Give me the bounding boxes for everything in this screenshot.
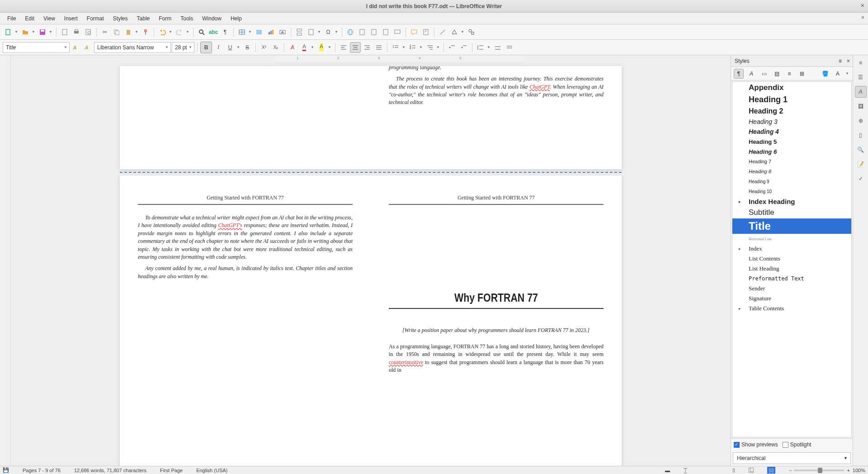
textbox-icon[interactable]: A [277, 27, 288, 38]
style-item[interactable]: Sender [732, 284, 851, 294]
intro-cont[interactable]: later editions. But FORTRAN 77 was my fi… [389, 66, 604, 71]
page-count[interactable]: Pages 7 - 9 of 76 [23, 468, 61, 473]
indent-inc-icon[interactable] [447, 42, 458, 53]
menu-help[interactable]: Help [226, 14, 246, 24]
accessibility-icon[interactable]: ✓ [855, 173, 867, 185]
export-pdf-icon[interactable] [59, 27, 70, 38]
style-actions-icon[interactable]: A [833, 69, 843, 79]
page-7[interactable]: later editions. But FORTRAN 77 was my fi… [371, 66, 622, 169]
comment-toolbar-icon[interactable] [392, 27, 403, 38]
font-name-combo[interactable]: Liberation Sans Narrow▼ [94, 42, 171, 53]
hyperlink-icon[interactable] [345, 27, 356, 38]
menu-styles[interactable]: Styles [108, 14, 132, 24]
document-canvas[interactable]: 12345 later editions. But FORTRAN 77 was… [11, 55, 731, 466]
chapter-title[interactable]: Why FORTRAN 77 [389, 291, 604, 309]
paragraph-style-combo[interactable]: Title▼ [3, 42, 70, 53]
insert-mode[interactable]: ▬ [665, 468, 670, 473]
chart-icon[interactable] [265, 27, 276, 38]
track-changes-icon[interactable] [420, 27, 431, 38]
underline-button[interactable]: U [225, 42, 236, 53]
menu-edit[interactable]: Edit [20, 14, 39, 24]
save-status-icon[interactable]: 💾 [3, 467, 9, 473]
style-item[interactable]: Horizontal Line [732, 234, 851, 244]
bullet-list-icon[interactable] [390, 42, 401, 53]
paste-dropdown[interactable]: ▼ [135, 30, 139, 34]
new-doc-dropdown[interactable]: ▼ [14, 30, 19, 34]
style-item[interactable]: Heading 9 [732, 176, 851, 186]
styles-filter-combo[interactable]: Hierarchical▼ [733, 452, 851, 464]
sidebar-menu-icon[interactable]: ≡ [839, 58, 842, 64]
outline-icon[interactable] [425, 42, 435, 53]
update-style-icon[interactable]: A [71, 42, 81, 53]
table-dropdown[interactable]: ▼ [248, 30, 253, 34]
paragraph-styles-tab[interactable]: ¶ [734, 69, 744, 79]
align-center-icon[interactable] [350, 42, 361, 53]
spotlight-check[interactable]: Spotlight [783, 441, 811, 448]
page-6-partial[interactable] [120, 66, 371, 169]
font-size-combo[interactable]: 28 pt▼ [172, 42, 194, 53]
print-icon[interactable] [71, 27, 82, 38]
italic-button[interactable]: I [213, 42, 224, 53]
styles-deck-icon[interactable]: A [855, 86, 867, 98]
undo-icon[interactable] [157, 27, 168, 38]
language-status[interactable]: English (USA) [196, 468, 227, 473]
redo-dropdown[interactable]: ▼ [186, 30, 190, 34]
gallery-deck-icon[interactable]: 🖼 [855, 100, 867, 112]
styles-list[interactable]: AppendixHeading 1Heading 2Heading 3Headi… [732, 81, 852, 437]
number-list-icon[interactable]: 12 [407, 42, 418, 53]
subscript-button[interactable]: X₂ [270, 42, 281, 53]
page-8[interactable]: Getting Started with FORTRAN 77 To demon… [120, 175, 371, 466]
footnote-icon[interactable] [357, 27, 368, 38]
zoom-value[interactable]: 100% [853, 468, 865, 473]
style-item[interactable]: ▸Index [732, 244, 851, 254]
underline-dropdown[interactable]: ▼ [236, 45, 241, 49]
special-char-dropdown[interactable]: ▼ [335, 30, 339, 34]
style-item[interactable]: Appendix [732, 82, 851, 94]
table-styles-tab[interactable]: ⊞ [797, 69, 807, 79]
spellcheck-icon[interactable]: abc [208, 27, 219, 38]
clone-format-icon[interactable] [140, 27, 151, 38]
chapter-prompt[interactable]: [Write a position paper about why progra… [402, 327, 590, 334]
special-char-icon[interactable]: Ω [323, 27, 334, 38]
styles-close-icon[interactable]: × [847, 58, 850, 64]
page-9[interactable]: Getting Started with FORTRAN 77 Why FORT… [371, 175, 622, 466]
formatting-marks-icon[interactable]: ¶ [220, 27, 231, 38]
list-styles-tab[interactable]: ≡ [784, 69, 794, 79]
style-item[interactable]: Heading 5 [732, 137, 851, 147]
find-icon[interactable] [196, 27, 207, 38]
style-item[interactable]: ▸Table Contents [732, 303, 851, 313]
strikethrough-button[interactable]: S [242, 42, 253, 53]
indent-dec-icon[interactable] [458, 42, 469, 53]
window-close-icon[interactable]: × [861, 2, 864, 9]
process-para[interactable]: The process to create this book has been… [389, 75, 604, 107]
highlight-dropdown[interactable]: ▼ [328, 45, 332, 49]
highlight-icon[interactable]: A [316, 42, 327, 53]
italics-note-para[interactable]: Any content added by me, a real human, i… [138, 265, 353, 280]
navigator-deck-icon[interactable]: ⊕ [855, 115, 867, 127]
menu-form[interactable]: Form [154, 14, 176, 24]
frame-styles-tab[interactable]: ▭ [759, 69, 769, 79]
print-preview-icon[interactable] [83, 27, 94, 38]
show-previews-check[interactable]: Show previews [734, 441, 778, 448]
draw-functions-icon[interactable] [466, 27, 477, 38]
character-styles-tab[interactable]: A [746, 69, 756, 79]
cross-ref-icon[interactable] [380, 27, 391, 38]
style-item[interactable]: Preformatted Text [732, 274, 851, 284]
image-icon[interactable] [254, 27, 264, 38]
view-book-icon[interactable]: ▯▯ [767, 467, 775, 474]
save-dropdown[interactable]: ▼ [49, 30, 53, 34]
outline-dropdown[interactable]: ▼ [436, 45, 441, 49]
menu-file[interactable]: File [3, 14, 20, 24]
menu-view[interactable]: View [39, 14, 60, 24]
bullet-dropdown[interactable]: ▼ [402, 45, 406, 49]
align-right-icon[interactable] [362, 42, 373, 53]
style-item[interactable]: ▸Index Heading [732, 196, 851, 207]
bookmark-icon[interactable] [368, 27, 379, 38]
basic-shapes-icon[interactable] [449, 27, 460, 38]
redo-icon[interactable] [174, 27, 185, 38]
style-item[interactable]: List Heading [732, 264, 851, 274]
style-item[interactable]: Heading 3 [732, 117, 851, 127]
style-item[interactable]: Subtitle [732, 207, 851, 218]
properties-deck-icon[interactable]: ☰ [855, 71, 867, 83]
style-item[interactable]: Heading 2 [732, 106, 851, 117]
